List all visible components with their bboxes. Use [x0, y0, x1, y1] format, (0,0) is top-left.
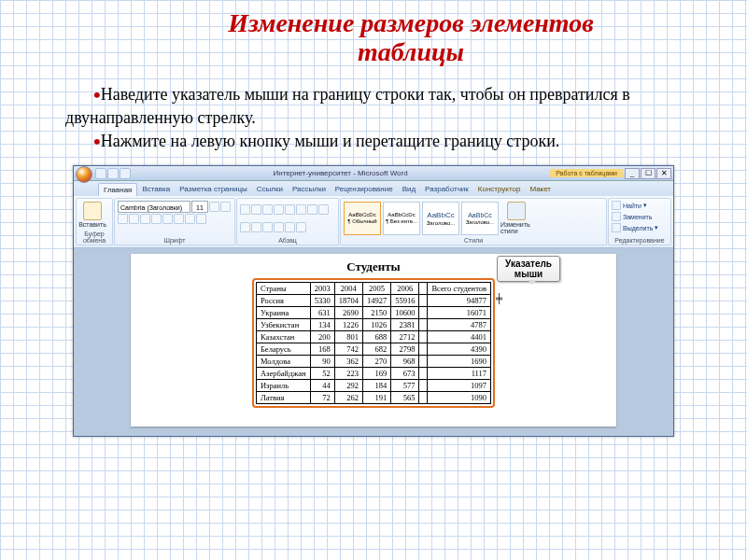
align-right-button[interactable]	[251, 222, 261, 232]
bold-button[interactable]	[118, 214, 128, 224]
table-cell[interactable]: 94877	[428, 295, 491, 307]
tab-review[interactable]: Рецензирование	[331, 183, 398, 196]
table-cell[interactable]: 688	[362, 331, 390, 343]
indent-inc-button[interactable]	[285, 204, 295, 215]
style-heading1[interactable]: AaBbCcЗаголово...	[422, 202, 459, 235]
table-row[interactable]: Латвия722621915651090	[256, 392, 490, 404]
table-cell[interactable]: 4401	[428, 331, 491, 343]
superscript-button[interactable]	[174, 214, 184, 224]
table-cell[interactable]: Украина	[256, 307, 310, 319]
strike-button[interactable]	[151, 214, 162, 224]
table-cell[interactable]: Латвия	[256, 392, 310, 404]
table-cell[interactable]: 4390	[428, 343, 491, 356]
table-cell[interactable]: 72	[310, 392, 334, 404]
table-cell[interactable]: 2381	[391, 319, 419, 331]
show-marks-button[interactable]	[307, 204, 317, 215]
table-cell[interactable]: 801	[334, 331, 362, 343]
table-cell[interactable]: Молдова	[256, 356, 310, 368]
table-cell[interactable]: 1226	[334, 319, 362, 331]
qat-save-icon[interactable]	[95, 168, 106, 179]
highlight-button[interactable]	[185, 214, 195, 224]
tab-home[interactable]: Главная	[98, 183, 137, 196]
shading-button[interactable]	[285, 222, 295, 232]
tab-page-layout[interactable]: Разметка страницы	[175, 183, 252, 196]
maximize-button[interactable]: ☐	[641, 168, 655, 179]
style-heading2[interactable]: AaBbCcЗаголово...	[461, 202, 499, 235]
underline-button[interactable]	[140, 214, 150, 224]
tab-table-layout[interactable]: Макет	[525, 183, 556, 196]
table-cell[interactable]: 262	[334, 392, 362, 404]
replace-button[interactable]: Заменить	[612, 212, 652, 221]
shrink-font-icon[interactable]	[220, 202, 231, 212]
indent-dec-button[interactable]	[274, 204, 284, 215]
table-cell[interactable]: 168	[310, 343, 334, 356]
table-cell[interactable]: 4787	[428, 319, 491, 331]
table-cell[interactable]	[419, 295, 428, 307]
grow-font-icon[interactable]	[209, 202, 219, 212]
style-normal[interactable]: AaBbCcDc¶ Обычный	[344, 202, 381, 235]
table-cell[interactable]: 1690	[428, 356, 491, 368]
table-cell[interactable]: 362	[334, 356, 362, 368]
find-button[interactable]: Найти ▾	[612, 201, 647, 210]
table-cell[interactable]: 565	[391, 392, 419, 404]
table-cell[interactable]: 16071	[428, 307, 491, 319]
table-cell[interactable]: 134	[310, 319, 334, 331]
table-cell[interactable]	[419, 392, 428, 404]
table-cell[interactable]: 184	[362, 380, 390, 392]
table-cell[interactable]: 5330	[310, 295, 334, 307]
table-cell[interactable]: 55916	[391, 295, 419, 307]
table-cell[interactable]	[419, 331, 428, 343]
font-size-combo[interactable]: 11	[191, 201, 208, 213]
justify-button[interactable]	[262, 222, 273, 232]
table-cell[interactable]: 673	[391, 368, 419, 380]
table-cell[interactable]: 2150	[362, 307, 390, 319]
tab-references[interactable]: Ссылки	[252, 183, 288, 196]
office-button[interactable]	[76, 166, 92, 183]
table-row[interactable]: Беларусь16874268227984390	[256, 343, 490, 356]
borders-button[interactable]	[296, 222, 306, 232]
paste-button[interactable]: Вставить	[79, 202, 106, 228]
table-cell[interactable]: 52	[310, 368, 334, 380]
table-cell[interactable]: 270	[362, 356, 390, 368]
numbering-button[interactable]	[251, 204, 261, 215]
table-cell[interactable]: 191	[362, 392, 390, 404]
multilevel-button[interactable]	[262, 204, 273, 215]
table-cell[interactable]: 1090	[428, 392, 491, 404]
table-cell[interactable]: 1026	[362, 319, 390, 331]
font-color-button[interactable]	[196, 214, 206, 224]
table-row[interactable]: Россия533018704149275591694877	[256, 295, 490, 307]
qat-undo-icon[interactable]	[107, 168, 119, 179]
tab-developer[interactable]: Разработчик	[420, 183, 473, 196]
table-cell[interactable]: 169	[362, 368, 390, 380]
table-cell[interactable]: 631	[310, 307, 334, 319]
bullets-button[interactable]	[240, 204, 250, 215]
close-button[interactable]: ✕	[656, 168, 671, 179]
table-cell[interactable]: Россия	[256, 295, 310, 307]
table-row[interactable]: Молдова903622709681690	[256, 356, 490, 368]
sort-button[interactable]	[296, 204, 306, 215]
minimize-button[interactable]: _	[625, 168, 640, 179]
italic-button[interactable]	[129, 214, 139, 224]
table-cell[interactable]: 682	[362, 343, 390, 356]
table-cell[interactable]: Узбекистан	[256, 319, 310, 331]
table-cell[interactable]: 44	[310, 380, 334, 392]
table-cell[interactable]: 90	[310, 356, 334, 368]
table-cell[interactable]: 14927	[362, 295, 390, 307]
table-cell[interactable]	[419, 380, 428, 392]
qat-redo-icon[interactable]	[120, 168, 131, 179]
table-row[interactable]: Узбекистан1341226102623814787	[256, 319, 490, 331]
table-cell[interactable]: Казахстан	[256, 331, 310, 343]
subscript-button[interactable]	[162, 214, 173, 224]
tab-view[interactable]: Вид	[398, 183, 420, 196]
line-spacing-button[interactable]	[274, 222, 284, 232]
table-row[interactable]: Казахстан20080168827124401	[256, 331, 490, 343]
table-row[interactable]: Украина631269021501060016071	[256, 307, 490, 319]
table-cell[interactable]	[419, 368, 428, 380]
table-cell[interactable]: 2798	[391, 343, 419, 356]
table-cell[interactable]: 223	[334, 368, 362, 380]
change-styles-button[interactable]: Изменить стили	[500, 202, 532, 234]
table-cell[interactable]: 577	[391, 380, 419, 392]
align-center-button[interactable]	[240, 222, 250, 232]
table-cell[interactable]: 1097	[428, 380, 491, 392]
table-cell[interactable]: 292	[334, 380, 362, 392]
